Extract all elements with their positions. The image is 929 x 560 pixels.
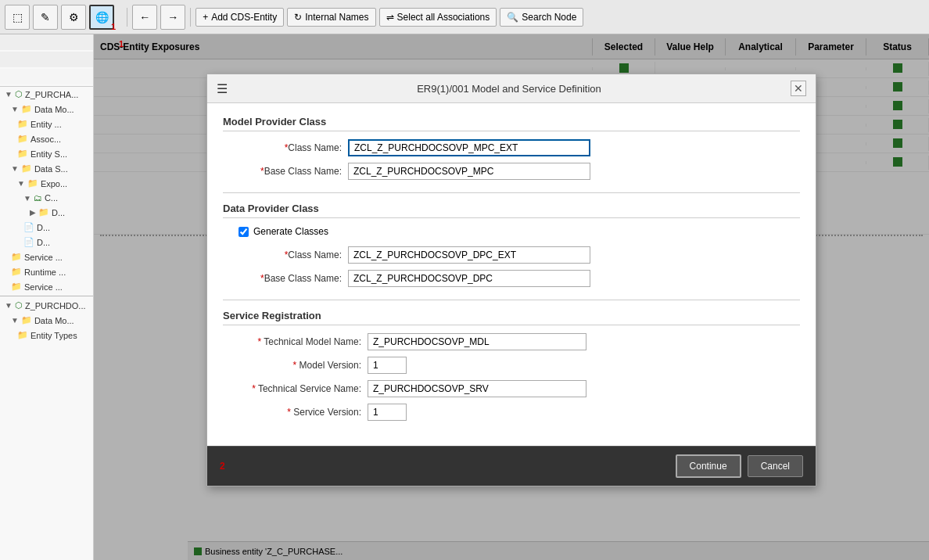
tech-model-name-label: * Technical Model Name:	[223, 336, 368, 347]
mpc-class-name-row: *Class Name:	[223, 139, 800, 156]
sidebar-item-entity-types[interactable]: 📁 Entity Types	[0, 328, 93, 343]
model-version-row: * Model Version:	[223, 357, 800, 374]
sidebar-item-label: Runtime ...	[24, 267, 66, 277]
modal-body: Model Provider Class *Class Name: *Base …	[207, 103, 816, 446]
add-cds-entity-button[interactable]: + Add CDS-Entity	[195, 8, 284, 27]
dpc-class-name-label: *Class Name:	[223, 249, 348, 260]
modal-title: ER9(1)/001 Model and Service Definition	[235, 83, 783, 95]
sidebar-item-label: Entity Types	[30, 331, 77, 340]
sidebar-item-assoc[interactable]: 📁 Assoc...	[0, 131, 93, 146]
mpc-base-class-input[interactable]	[348, 163, 590, 180]
tech-service-name-input[interactable]	[368, 380, 586, 397]
annotation-1: 1	[111, 22, 116, 31]
tech-model-name-input[interactable]	[368, 333, 586, 350]
expand-arrow: ▼	[23, 194, 31, 203]
folder-icon: 📁	[27, 178, 38, 188]
sidebar-item-label: D...	[37, 223, 50, 232]
sidebar-item-expo[interactable]: ▼ 📁 Expo...	[0, 176, 93, 191]
modal-menu-icon[interactable]: ☰	[217, 81, 228, 96]
sidebar-item-label: C...	[45, 193, 58, 203]
mpc-base-class-row: *Base Class Name:	[223, 163, 800, 180]
cancel-button[interactable]: Cancel	[748, 455, 803, 477]
dpc-class-name-input[interactable]	[348, 246, 590, 264]
service-registration-heading: Service Registration	[223, 310, 800, 325]
refresh-icon: ↻	[294, 12, 302, 23]
model-provider-section: Model Provider Class *Class Name: *Base …	[223, 116, 800, 180]
folder-icon: 📁	[21, 315, 32, 325]
internal-names-button[interactable]: ↻ Internal Names	[287, 8, 375, 27]
toolbar-btn-3[interactable]: ⚙	[61, 5, 86, 30]
sidebar-item-zpurchdo[interactable]: ▼ ⬡ Z_PURCHDO...	[0, 298, 93, 313]
select-all-label: Select all Associations	[397, 12, 490, 23]
folder-icon: 📁	[11, 252, 22, 262]
main-content: ▼ ⬡ Z_PURCHA... ▼ 📁 Data Mo... 📁 Entity …	[0, 34, 929, 560]
divider-1	[223, 192, 800, 193]
folder-icon: 📁	[11, 267, 22, 277]
modal-close-button[interactable]: ✕	[791, 81, 806, 96]
model-version-input[interactable]	[368, 357, 407, 374]
search-node-button[interactable]: 🔍 Search Node	[500, 8, 583, 27]
expand-arrow: ▼	[11, 105, 19, 113]
sidebar-item-d3[interactable]: 📄 D...	[0, 235, 93, 249]
nav-back-button[interactable]: ←	[132, 5, 157, 30]
sidebar-item-label: Data S...	[34, 164, 68, 174]
item-icon: 📄	[23, 222, 34, 232]
sidebar-item-label: Entity ...	[30, 120, 62, 129]
folder-icon: 📁	[38, 207, 49, 217]
sidebar-item-runtime[interactable]: 📁 Runtime ...	[0, 264, 93, 279]
sidebar-item-label: Z_PURCHA...	[25, 90, 78, 99]
sidebar-item-entitys[interactable]: 📁 Entity S...	[0, 146, 93, 161]
sidebar-item-label: Service ...	[24, 282, 63, 292]
sidebar-item-datamo2[interactable]: ▼ 📁 Data Mo...	[0, 313, 93, 328]
toolbar-btn-1[interactable]: ⬚	[5, 5, 30, 30]
continue-button[interactable]: Continue	[676, 454, 741, 478]
toolbar-btn-2[interactable]: ✎	[33, 5, 58, 30]
sidebar-item-zpurcha[interactable]: ▼ ⬡ Z_PURCHA...	[0, 87, 93, 102]
dpc-base-class-input[interactable]	[348, 270, 590, 287]
expand-arrow: ▼	[11, 164, 19, 173]
main-toolbar: ⬚ ✎ ⚙ 🌐 1 ← → + Add CDS-Entity ↻ Interna…	[0, 0, 929, 34]
sidebar-item-serviced[interactable]: 📁 Service ...	[0, 279, 93, 294]
right-content: CDS-Entity Exposures Selected Value Help…	[94, 34, 929, 560]
tree-icon: ⬡	[15, 300, 23, 311]
service-version-input[interactable]	[368, 404, 407, 421]
mpc-class-name-input[interactable]	[348, 139, 590, 156]
sidebar-item-label: Service ...	[24, 253, 63, 262]
sidebar-item-blurred-3[interactable]	[0, 69, 93, 84]
folder-icon: 📁	[17, 330, 28, 340]
dpc-class-name-row: *Class Name:	[223, 246, 800, 264]
folder-icon: 📁	[21, 163, 32, 174]
dpc-base-class-label: *Base Class Name:	[223, 273, 348, 284]
generate-classes-checkbox[interactable]	[239, 227, 249, 237]
sidebar-item-blurred-1[interactable]	[0, 34, 93, 50]
sidebar-item-label: Data Mo...	[34, 316, 74, 325]
search-icon: 🔍	[507, 12, 518, 23]
service-version-label: * Service Version:	[223, 407, 368, 418]
tech-service-name-row: * Technical Service Name:	[223, 380, 800, 397]
folder-icon: 📁	[11, 282, 22, 292]
nav-forward-button[interactable]: →	[160, 5, 185, 30]
sidebar-item-datamo[interactable]: ▼ 📁 Data Mo...	[0, 102, 93, 117]
select-all-associations-button[interactable]: ⇌ Select all Associations	[379, 8, 497, 27]
sidebar-item-label: D...	[52, 208, 65, 217]
folder-icon: 🗂	[34, 193, 42, 203]
sidebar-item-d1[interactable]: ▶ 📁 D...	[0, 205, 93, 220]
sidebar-item-c[interactable]: ▼ 🗂 C...	[0, 191, 93, 205]
tech-model-name-row: * Technical Model Name:	[223, 333, 800, 350]
generate-classes-label: Generate Classes	[253, 226, 328, 237]
folder-icon: 📁	[17, 134, 28, 144]
sidebar-item-d2[interactable]: 📄 D...	[0, 220, 93, 235]
divider-2	[223, 300, 800, 300]
sidebar: ▼ ⬡ Z_PURCHA... ▼ 📁 Data Mo... 📁 Entity …	[0, 34, 94, 560]
folder-icon: 📁	[17, 119, 28, 129]
sidebar-item-entity1[interactable]: 📁 Entity ...	[0, 117, 93, 131]
data-provider-section: Data Provider Class Generate Classes *Cl…	[223, 203, 800, 287]
modal-footer: 2 Continue Cancel	[207, 446, 816, 486]
sidebar-item-blurred-2[interactable]	[0, 52, 93, 67]
folder-icon: 📁	[17, 149, 28, 159]
service-registration-section: Service Registration * Technical Model N…	[223, 310, 800, 421]
service-version-row: * Service Version:	[223, 404, 800, 421]
sidebar-item-datas[interactable]: ▼ 📁 Data S...	[0, 161, 93, 176]
add-cds-label: Add CDS-Entity	[211, 12, 277, 23]
sidebar-item-service1[interactable]: 📁 Service ...	[0, 249, 93, 264]
